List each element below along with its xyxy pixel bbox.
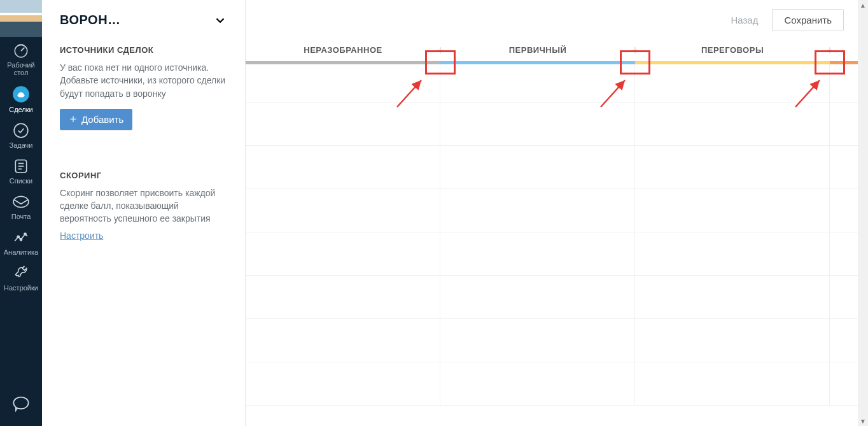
nav-item-desktop[interactable]: Рабочий стол [0,37,42,80]
board-cell[interactable] [440,64,635,102]
nav-item-tasks[interactable]: Задачи [0,117,42,153]
board-cell[interactable] [440,362,635,405]
svg-point-4 [13,196,29,207]
stage-title: ПЕРВИЧНЫЙ [440,45,635,61]
board-cell[interactable] [246,362,440,405]
chat-icon [12,395,30,413]
board-row [246,64,858,103]
board-cell[interactable] [830,319,858,362]
nav-item-label: Настройки [4,284,38,292]
board-row [246,189,858,232]
nav-item-label: Сделки [9,106,33,113]
board-cell[interactable] [246,146,440,188]
nav-rail: Рабочий стол Сделки Задачи Списки Почта … [0,0,42,426]
scoring-description: Скоринг позволяет присвоить каждой сделк… [60,187,227,225]
svg-point-5 [17,236,19,238]
board-cell[interactable] [246,189,440,232]
nav-item-mail[interactable]: Почта [0,188,42,224]
board-row [246,319,858,362]
board-cell[interactable] [830,362,858,405]
back-button[interactable]: Назад [724,10,764,31]
save-button[interactable]: Сохранить [772,9,844,31]
scroll-up-icon[interactable]: ▲ [858,0,868,10]
sources-description: У вас пока нет ни одного источника. Доба… [60,61,227,100]
sources-heading: ИСТОЧНИКИ СДЕЛОК [60,45,227,55]
board-cell[interactable] [635,64,830,102]
svg-point-7 [24,233,26,235]
nav-item-label: Рабочий стол [7,61,34,76]
nav-item-label: Почта [11,213,31,220]
board-cell[interactable] [440,189,635,232]
board-cell[interactable] [440,103,635,145]
scroll-track[interactable] [858,10,868,416]
stage-title: ПЕРЕГОВОРЫ [635,45,830,61]
dashboard-icon [13,42,29,59]
board-cell[interactable] [830,64,858,102]
nav-item-label: Списки [10,177,33,185]
nav-item-label: Аналитика [4,248,38,256]
svg-point-2 [14,124,28,138]
page-scrollbar[interactable]: ▲ ▼ [858,0,868,426]
analytics-icon [13,229,29,246]
board-cell[interactable] [635,232,830,275]
board-row [246,276,858,319]
plus-icon [69,115,78,124]
avatar[interactable] [0,0,42,37]
board-cell[interactable] [440,319,635,362]
stage-title: НЕРАЗОБРАННОЕ [246,45,440,61]
board-cell[interactable] [246,103,440,145]
board-cell[interactable] [246,232,440,275]
scoring-section: СКОРИНГ Скоринг позволяет присвоить кажд… [42,162,245,247]
nav-item-lists[interactable]: Списки [0,153,42,188]
stage-header[interactable]: НЕРАЗОБРАННОЕ [246,45,440,61]
svg-point-0 [15,45,27,57]
board-cell[interactable] [830,189,858,232]
board-cell[interactable] [830,276,858,318]
side-panel: ВОРОН… ИСТОЧНИКИ СДЕЛОК У вас пока нет н… [42,0,246,426]
chevron-down-icon[interactable] [213,13,227,27]
plus-icon [825,45,835,55]
board-cell[interactable] [830,103,858,145]
board-cell[interactable] [635,362,830,405]
board-cell[interactable] [635,319,830,362]
board-row [246,232,858,276]
scoring-heading: СКОРИНГ [60,171,227,180]
nav-item-deals[interactable]: Сделки [0,80,42,117]
stage-header[interactable]: ПЕРВИЧНЫЙ [440,45,635,61]
stage-header[interactable] [830,55,858,61]
board-cell[interactable] [246,64,440,102]
board-cell[interactable] [635,146,830,188]
board-cell[interactable] [635,189,830,232]
scoring-configure-link[interactable]: Настроить [60,231,103,241]
board-row [246,146,858,189]
add-source-button[interactable]: Добавить [60,109,132,130]
funnel-title: ВОРОН… [60,13,121,27]
add-source-label: Добавить [81,114,123,125]
topbar: Назад Сохранить [246,0,858,39]
board-cell[interactable] [440,276,635,318]
stage-header[interactable]: ПЕРЕГОВОРЫ [635,45,830,61]
svg-point-6 [20,239,22,241]
lists-icon [13,158,29,174]
nav-item-analytics[interactable]: Аналитика [0,224,42,260]
nav-item-settings[interactable]: Настройки [0,260,42,295]
nav-item-chat[interactable] [12,383,30,426]
main-area: Назад Сохранить НЕРАЗОБРАННОЕ ПЕРВИЧНЫЙ … [246,0,858,426]
board-cell[interactable] [246,276,440,318]
board-cell[interactable] [830,146,858,188]
board-cell[interactable] [440,146,635,188]
board: НЕРАЗОБРАННОЕ ПЕРВИЧНЫЙ ПЕРЕГОВОРЫ [246,39,858,426]
board-cell[interactable] [830,232,858,275]
nav-item-label: Задачи [10,141,33,149]
board-row [246,103,858,146]
deals-icon [12,85,30,103]
board-grid [246,64,858,406]
board-cell[interactable] [440,232,635,275]
board-row [246,362,858,406]
scroll-down-icon[interactable]: ▼ [858,416,868,426]
board-cell[interactable] [635,103,830,145]
mail-icon [13,194,29,210]
board-cell[interactable] [246,319,440,362]
sources-section: ИСТОЧНИКИ СДЕЛОК У вас пока нет ни одног… [42,36,245,136]
board-cell[interactable] [635,276,830,318]
